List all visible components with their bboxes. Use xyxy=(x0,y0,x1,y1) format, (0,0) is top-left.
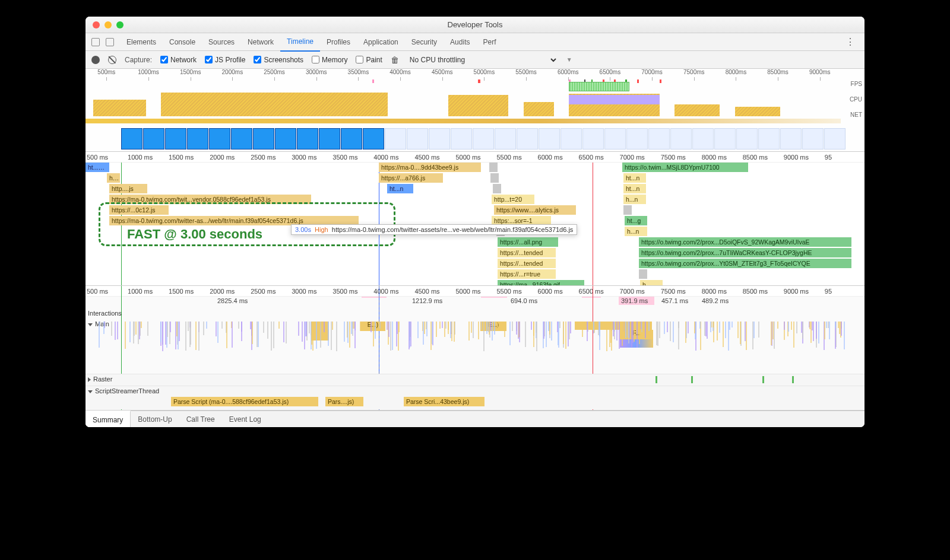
tab-elements[interactable]: Elements xyxy=(120,33,163,51)
parse-script-block[interactable]: Pars....js) xyxy=(325,397,363,406)
network-bar[interactable] xyxy=(493,184,501,193)
overview-ylabels: FPS CPU NET xyxy=(843,81,864,127)
chk-screenshots[interactable]: Screenshots xyxy=(254,56,303,64)
network-panel[interactable]: 500 ms1000 ms1500 ms2000 ms2500 ms3000 m… xyxy=(86,152,864,286)
network-bar[interactable]: https://www....alytics.js xyxy=(494,205,576,215)
network-bar[interactable]: http...t=20 xyxy=(492,195,534,204)
net-band xyxy=(86,119,841,123)
network-bar[interactable]: https://ma...9163fe.gif xyxy=(498,280,584,286)
btab-calltree[interactable]: Call Tree xyxy=(179,411,222,427)
chk-paint[interactable]: Paint xyxy=(356,56,382,64)
network-bar[interactable]: https://...tended xyxy=(498,259,556,268)
tab-network[interactable]: Network xyxy=(241,33,280,51)
timeline-toolbar: Capture: Network JS Profile Screenshots … xyxy=(86,51,864,69)
tab-audits[interactable]: Audits xyxy=(444,33,476,51)
network-bar[interactable]: ht...n xyxy=(387,184,413,193)
tab-profiles[interactable]: Profiles xyxy=(320,33,357,51)
request-tooltip: 3.00s High https://ma-0.twimg.com/twitte… xyxy=(291,224,577,235)
chk-memory[interactable]: Memory xyxy=(312,56,347,64)
chk-network[interactable]: Network xyxy=(160,56,197,64)
btab-summary[interactable]: Summary xyxy=(86,411,131,427)
network-bar[interactable] xyxy=(639,269,647,279)
network-bar[interactable]: ht...me xyxy=(86,163,109,172)
network-bar[interactable]: h...n xyxy=(623,195,646,204)
trash-icon[interactable]: 🗑 xyxy=(391,55,399,65)
label-interactions: Interactions xyxy=(88,310,122,317)
network-bar[interactable]: https://ma-0....9dd43bee9.js xyxy=(379,163,481,172)
overview-markers xyxy=(86,79,841,83)
window-title: Developer Tools xyxy=(86,20,864,29)
titlebar: Developer Tools xyxy=(86,17,864,33)
main-flame[interactable]: E...) E...) F... xyxy=(86,322,864,369)
raster-row[interactable]: Raster xyxy=(86,374,864,386)
btab-bottomup[interactable]: Bottom-Up xyxy=(131,411,179,427)
btab-eventlog[interactable]: Event Log xyxy=(222,411,268,427)
network-bar[interactable] xyxy=(489,163,498,172)
top-tabs: Elements Console Sources Network Timelin… xyxy=(86,33,864,51)
tab-sources[interactable]: Sources xyxy=(202,33,241,51)
parse-script-block[interactable]: Parse Scri...43bee9.js) xyxy=(404,397,484,406)
inspect-icon[interactable] xyxy=(91,38,100,46)
flame-panel[interactable]: 500 ms1000 ms1500 ms2000 ms2500 ms3000 m… xyxy=(86,286,864,411)
network-bar[interactable] xyxy=(490,173,499,183)
script-row[interactable]: ScriptStreamerThread Parse Script (ma-0.… xyxy=(86,386,864,409)
network-bar[interactable]: https://...tended xyxy=(498,248,556,257)
network-bar[interactable]: ht...n xyxy=(623,173,646,183)
clear-icon[interactable] xyxy=(108,56,116,64)
bottom-tabs: Summary Bottom-Up Call Tree Event Log xyxy=(86,411,864,427)
load-line xyxy=(593,163,593,286)
timings-row: 2825.4 ms1212.9 ms694.0 ms391.9 ms457.1 … xyxy=(86,297,864,307)
overview-panel[interactable]: 500ms1000ms1500ms2000ms2500ms3000ms3500m… xyxy=(86,69,864,152)
dropdown-icon[interactable]: ▼ xyxy=(566,56,572,63)
label-raster: Raster xyxy=(88,376,112,383)
device-icon[interactable] xyxy=(106,38,114,46)
network-bar[interactable]: ht...g xyxy=(625,216,647,225)
network-bar[interactable]: https://...r=true xyxy=(498,269,556,279)
chk-jsprofile[interactable]: JS Profile xyxy=(205,56,245,64)
network-bar[interactable]: https://...a766.js xyxy=(379,173,443,183)
overview-ruler: 500ms1000ms1500ms2000ms2500ms3000ms3500m… xyxy=(86,69,864,78)
tab-timeline[interactable]: Timeline xyxy=(280,33,320,52)
tab-security[interactable]: Security xyxy=(405,33,444,51)
network-bar[interactable]: h... xyxy=(640,280,663,286)
flame-ruler: 500 ms1000 ms1500 ms2000 ms2500 ms3000 m… xyxy=(86,286,864,297)
network-bar[interactable]: h... xyxy=(107,173,120,183)
label-script: ScriptStreamerThread xyxy=(88,387,159,394)
filmstrip[interactable] xyxy=(121,128,841,151)
network-ruler: 500 ms1000 ms1500 ms2000 ms2500 ms3000 m… xyxy=(86,152,864,163)
annotation-text: FAST @ 3.00 seconds xyxy=(127,227,262,242)
kebab-icon[interactable]: ⋮ xyxy=(842,36,859,47)
network-bar[interactable]: h...n xyxy=(625,227,647,236)
parse-script-block[interactable]: Parse Script (ma-0....588cf96edef1a53.js… xyxy=(171,397,318,406)
capture-label: Capture: xyxy=(125,56,152,64)
network-bar[interactable]: https://o.twim...MSjL8DYpmU7100 xyxy=(622,163,748,172)
network-bar[interactable]: https://o.twimg.com/2/prox...Yt0SM_ZTElt… xyxy=(639,259,851,268)
tab-console[interactable]: Console xyxy=(163,33,202,51)
network-bar[interactable]: https://o.twimg.com/2/prox...7uTIiWaCRKe… xyxy=(639,248,851,257)
cpu-chart xyxy=(86,93,841,116)
record-icon[interactable] xyxy=(91,56,100,64)
cpu-throttling-select[interactable]: No CPU throttling xyxy=(407,55,558,65)
tab-perf[interactable]: Perf xyxy=(476,33,502,51)
devtools-window: Developer Tools Elements Console Sources… xyxy=(86,17,864,427)
network-bar[interactable]: ht...n xyxy=(623,184,646,193)
network-bar[interactable]: https://...all.png xyxy=(498,237,558,247)
tab-application[interactable]: Application xyxy=(357,33,405,51)
network-bar[interactable]: http....js xyxy=(109,184,147,193)
network-bar[interactable] xyxy=(623,205,632,215)
network-bar[interactable]: https://o.twimg.com/2/prox...D5oiQFvS_92… xyxy=(639,237,851,247)
